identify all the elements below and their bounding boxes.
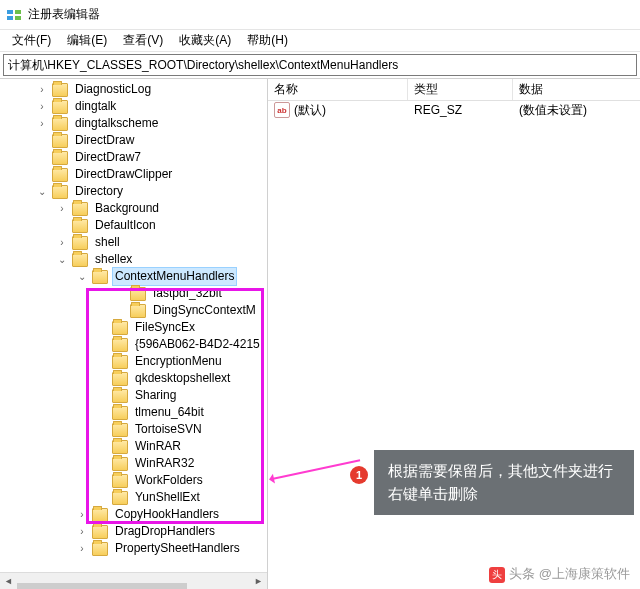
scroll-left-button[interactable]: ◄	[0, 573, 17, 590]
collapse-icon[interactable]: ⌄	[35, 183, 49, 200]
tree-item[interactable]: ›Background	[0, 200, 267, 217]
tree-item-label: {596AB062-B4D2-4215	[132, 336, 263, 353]
toutiao-icon	[489, 567, 505, 583]
tree-item-label: Directory	[72, 183, 126, 200]
tree-item-label: fastpdf_32bit	[150, 285, 225, 302]
tree-item[interactable]: ⌄Directory	[0, 183, 267, 200]
collapse-icon[interactable]: ⌄	[75, 268, 89, 285]
folder-icon	[52, 83, 68, 97]
value-name: (默认)	[294, 102, 326, 119]
tree-item[interactable]: tlmenu_64bit	[0, 404, 267, 421]
tree-item-label: DirectDraw7	[72, 149, 144, 166]
expand-icon[interactable]: ›	[35, 98, 49, 115]
tree-item-label: DragDropHandlers	[112, 523, 218, 540]
tree-item-label: Background	[92, 200, 162, 217]
tree-item[interactable]: FileSyncEx	[0, 319, 267, 336]
window-title: 注册表编辑器	[28, 6, 100, 23]
tree-item-label: shell	[92, 234, 123, 251]
tree-item-label: WorkFolders	[132, 472, 206, 489]
tree-item-label: PropertySheetHandlers	[112, 540, 243, 557]
value-type: REG_SZ	[408, 103, 513, 117]
col-data[interactable]: 数据	[513, 79, 640, 100]
tree-item[interactable]: DefaultIcon	[0, 217, 267, 234]
folder-icon	[112, 338, 128, 352]
tree-item-label: CopyHookHandlers	[112, 506, 222, 523]
tree-item-label: TortoiseSVN	[132, 421, 205, 438]
folder-icon	[112, 423, 128, 437]
tree-item-label: DingSyncContextM	[150, 302, 259, 319]
tree-item[interactable]: qkdesktopshellext	[0, 370, 267, 387]
menu-favorites[interactable]: 收藏夹(A)	[171, 30, 239, 51]
registry-tree[interactable]: ›DiagnosticLog›dingtalk›dingtalkschemeDi…	[0, 81, 267, 557]
tree-item-label: WinRAR	[132, 438, 184, 455]
folder-icon	[112, 474, 128, 488]
expand-icon[interactable]: ›	[75, 540, 89, 557]
address-bar[interactable]: 计算机\HKEY_CLASSES_ROOT\Directory\shellex\…	[3, 54, 637, 76]
folder-icon	[72, 236, 88, 250]
expand-icon[interactable]: ›	[55, 234, 69, 251]
folder-icon	[112, 457, 128, 471]
folder-icon	[112, 491, 128, 505]
tree-item[interactable]: {596AB062-B4D2-4215	[0, 336, 267, 353]
tree-item[interactable]: TortoiseSVN	[0, 421, 267, 438]
expand-icon[interactable]: ›	[35, 81, 49, 98]
folder-icon	[112, 321, 128, 335]
folder-icon	[52, 168, 68, 182]
tree-item[interactable]: WinRAR	[0, 438, 267, 455]
expand-icon[interactable]: ›	[35, 115, 49, 132]
folder-icon	[92, 270, 108, 284]
tree-item[interactable]: EncryptionMenu	[0, 353, 267, 370]
tree-item[interactable]: ⌄shellex	[0, 251, 267, 268]
expand-icon[interactable]: ›	[75, 523, 89, 540]
value-row[interactable]: ab (默认) REG_SZ (数值未设置)	[268, 101, 640, 119]
tree-item[interactable]: YunShellExt	[0, 489, 267, 506]
menu-help[interactable]: 帮助(H)	[239, 30, 296, 51]
tree-item[interactable]: ›DragDropHandlers	[0, 523, 267, 540]
tree-item-label: ContextMenuHandlers	[112, 267, 237, 286]
folder-icon	[112, 389, 128, 403]
folder-icon	[52, 185, 68, 199]
tree-item[interactable]: Sharing	[0, 387, 267, 404]
folder-icon	[72, 202, 88, 216]
tree-item[interactable]: ›PropertySheetHandlers	[0, 540, 267, 557]
tree-item[interactable]: ›dingtalk	[0, 98, 267, 115]
expand-icon[interactable]: ›	[75, 506, 89, 523]
tree-item-label: qkdesktopshellext	[132, 370, 233, 387]
tree-item[interactable]: DirectDrawClipper	[0, 166, 267, 183]
tree-item[interactable]: DirectDraw	[0, 132, 267, 149]
menu-view[interactable]: 查看(V)	[115, 30, 171, 51]
folder-icon	[72, 253, 88, 267]
col-name[interactable]: 名称	[268, 79, 408, 100]
annotation-badge: 1	[350, 466, 368, 484]
tree-item[interactable]: ›dingtalkscheme	[0, 115, 267, 132]
tree-item-label: WinRAR32	[132, 455, 197, 472]
tree-pane[interactable]: ›DiagnosticLog›dingtalk›dingtalkschemeDi…	[0, 79, 268, 589]
collapse-icon[interactable]: ⌄	[55, 251, 69, 268]
menu-edit[interactable]: 编辑(E)	[59, 30, 115, 51]
folder-icon	[112, 372, 128, 386]
expand-icon[interactable]: ›	[55, 200, 69, 217]
tree-item[interactable]: DingSyncContextM	[0, 302, 267, 319]
folder-icon	[112, 406, 128, 420]
folder-icon	[52, 117, 68, 131]
col-type[interactable]: 类型	[408, 79, 513, 100]
scroll-right-button[interactable]: ►	[250, 573, 267, 590]
tree-item[interactable]: ⌄ContextMenuHandlers	[0, 268, 267, 285]
tree-item[interactable]: fastpdf_32bit	[0, 285, 267, 302]
tree-item[interactable]: ›shell	[0, 234, 267, 251]
folder-icon	[92, 508, 108, 522]
address-path: 计算机\HKEY_CLASSES_ROOT\Directory\shellex\…	[8, 57, 398, 74]
tree-item-label: shellex	[92, 251, 135, 268]
tree-item-label: EncryptionMenu	[132, 353, 225, 370]
tree-item[interactable]: WinRAR32	[0, 455, 267, 472]
string-value-icon: ab	[274, 102, 290, 118]
tree-item-label: YunShellExt	[132, 489, 203, 506]
folder-icon	[112, 440, 128, 454]
tree-item[interactable]: ›CopyHookHandlers	[0, 506, 267, 523]
menu-file[interactable]: 文件(F)	[4, 30, 59, 51]
tree-item[interactable]: ›DiagnosticLog	[0, 81, 267, 98]
tree-item[interactable]: WorkFolders	[0, 472, 267, 489]
scroll-thumb[interactable]	[17, 583, 187, 589]
horizontal-scrollbar[interactable]: ◄ ►	[0, 572, 267, 589]
tree-item[interactable]: DirectDraw7	[0, 149, 267, 166]
